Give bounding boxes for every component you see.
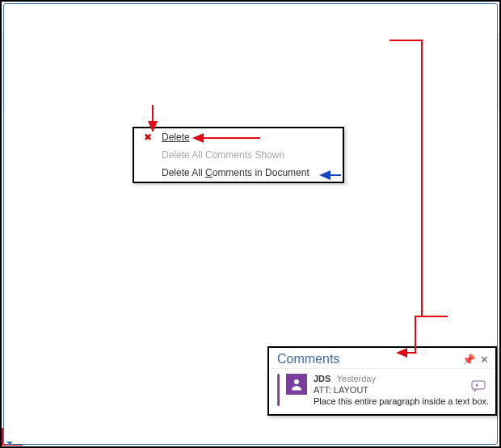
reply-icon[interactable] [471,380,487,394]
comments-pane: Comments 📌 ✕ JDS Yesterday ATT: LAYOUT P… [267,346,497,416]
comment-item[interactable]: JDS Yesterday ATT: LAYOUT Place this ent… [269,369,495,414]
svg-point-24 [294,379,299,384]
menu-delete-all-doc-b: omments in Document [213,167,309,178]
comment-time: Yesterday [336,374,376,383]
comment-author: JDS [314,374,330,383]
comments-pane-title: Comments [277,352,339,366]
menu-delete-all-in-document[interactable]: Delete All Comments in Document [134,164,343,182]
comment-text: Place this entire paragraph inside a tex… [314,396,489,406]
menu-delete-all-shown-label: Delete All Comments Shown [162,149,284,161]
app-window: Twas the Night Before Christmas.docx - W… [0,0,501,448]
menu-delete[interactable]: ✖ Delete [134,128,343,146]
menu-delete-all-doc-u: C [205,167,213,178]
comment-thread-bar [277,374,280,406]
delete-icon: ✖ [141,132,155,143]
close-icon[interactable]: ✕ [480,354,489,366]
comment-subject: ATT: LAYOUT [314,385,489,395]
menu-delete-all-shown: Delete All Comments Shown [134,146,343,164]
comment-indicator-selected[interactable] [2,428,23,446]
pin-icon[interactable]: 📌 [462,354,475,366]
menu-delete-label: Delete [162,132,190,143]
avatar-icon [286,374,307,395]
menu-delete-all-doc-a: Delete All [162,167,205,178]
delete-dropdown-menu: ✖ Delete Delete All Comments Shown Delet… [133,127,344,183]
